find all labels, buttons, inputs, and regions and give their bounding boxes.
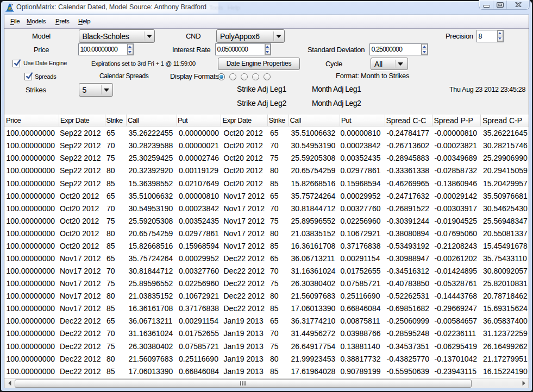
- svg-text:S: S: [8, 5, 11, 11]
